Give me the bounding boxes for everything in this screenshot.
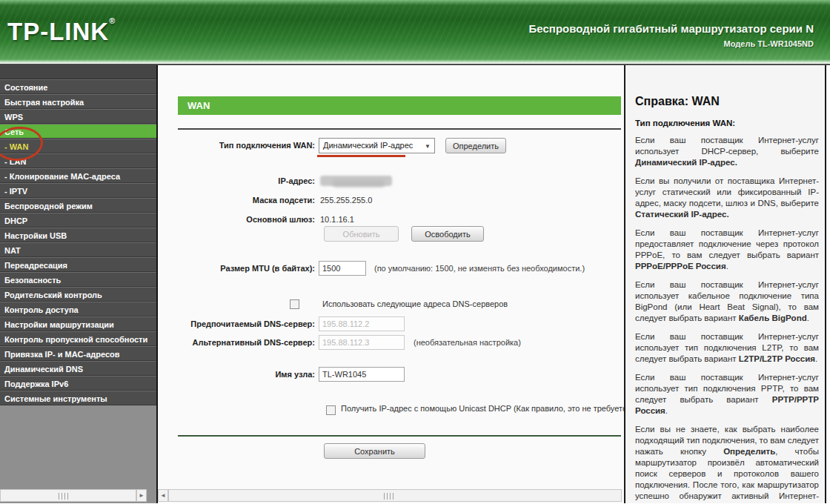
panel-divider (825, 65, 826, 503)
sidebar-hscrollbar[interactable] (0, 489, 136, 502)
sidebar-item[interactable]: Беспроводной режим (0, 198, 156, 213)
help-title: Справка: WAN (635, 95, 819, 108)
red-underline-annotation (317, 155, 405, 157)
help-subtitle: Тип подключения WAN: (635, 119, 819, 127)
dns2-label: Альтернативный DNS-сервер: (173, 338, 315, 347)
sidebar-item[interactable]: Привязка IP- и MAC-адресов (0, 346, 156, 361)
gateway-value: 10.1.16.1 (320, 215, 354, 224)
section-title-bar: WAN (178, 96, 621, 115)
sidebar-item[interactable]: Динамический DNS (0, 361, 156, 376)
router-admin-page: TP-LINK® Беспроводной гигабитный маршрут… (0, 0, 830, 504)
help-paragraph: Если ваш поставщик Интернет-услуг исполь… (635, 279, 819, 324)
separator-top (178, 128, 621, 130)
sidebar-top-strip (0, 65, 156, 79)
sidebar-item[interactable]: Настройки маршрутизации (0, 316, 156, 331)
dns2-note: (необязательная настройка) (414, 338, 521, 347)
main-hscrollbar[interactable] (168, 489, 622, 502)
help-paragraph: Если ваш поставщик Интернет-услуг предос… (635, 228, 819, 272)
sidebar-item[interactable]: - Клонирование MAC-адреса (0, 168, 156, 183)
help-text-segment: Кабель BigPond (739, 314, 807, 322)
unicast-label: Получить IP-адрес с помощью Unicast DHCP… (341, 404, 624, 413)
help-paragraph: Если ваш поставщик Интернет-услуг исполь… (635, 331, 819, 365)
sidebar-item[interactable]: Контроль пропускной способности (0, 331, 156, 346)
help-text-segment: PPPoE/PPPoE Россия (635, 262, 726, 271)
sidebar-item[interactable]: Сеть (0, 124, 156, 139)
scroll-right-icon: ► (139, 492, 145, 499)
main-panel: WAN Тип подключения WAN: Динамический IP… (158, 65, 624, 503)
sidebar-item[interactable]: Безопасность (0, 272, 156, 287)
scrollbar-grip[interactable] (384, 493, 394, 500)
help-text-segment: . (815, 354, 817, 363)
sidebar-item[interactable]: Поддержка IPv6 (0, 376, 156, 391)
subnet-mask-label: Маска подсети: (173, 196, 315, 205)
help-text-segment: . (726, 262, 728, 271)
wan-type-label: Тип подключения WAN: (173, 141, 315, 150)
hostname-input[interactable] (319, 367, 405, 382)
detect-button[interactable]: Определить (445, 138, 506, 153)
help-text-segment: Если вы получили от поставщика Интернет-… (635, 176, 819, 208)
save-button[interactable]: Сохранить (324, 443, 425, 459)
wan-type-select[interactable]: Динамический IP-адрес ▼ (319, 138, 435, 153)
sidebar-menu: СостояниеБыстрая настройкаWPSСеть- WAN- … (0, 79, 156, 405)
help-paragraph: Если ваш поставщик Интернет-услуг исполь… (635, 135, 819, 168)
help-text-segment: . (665, 406, 668, 415)
dns1-label: Предпочитаемый DNS-сервер: (173, 319, 315, 328)
dns2-input[interactable] (319, 335, 405, 350)
sidebar-item[interactable]: - IPTV (0, 183, 156, 198)
sidebar-item[interactable]: Переадресация (0, 257, 156, 272)
separator-bottom (178, 435, 621, 437)
scroll-left-button[interactable]: ◄ (158, 489, 168, 502)
sidebar-item[interactable]: DHCP (0, 213, 156, 228)
sidebar-item[interactable]: - WAN (0, 139, 156, 153)
tplink-logo: TP-LINK® (7, 16, 115, 46)
use-dns-label: Использовать следующие адреса DNS-сервер… (322, 299, 508, 308)
sidebar-item[interactable]: Системные инструменты (0, 391, 156, 405)
wan-type-selected-value: Динамический IP-адрес (323, 141, 413, 150)
use-dns-checkbox[interactable] (290, 299, 299, 309)
scrollbar-grip[interactable] (59, 493, 69, 500)
hostname-label: Имя узла: (173, 370, 315, 379)
help-paragraph: Если ваш поставщик Интернет-услуг исполь… (635, 372, 819, 417)
sidebar: СостояниеБыстрая настройкаWPSСеть- WAN- … (0, 65, 156, 503)
censored-ip-value-blur (333, 180, 385, 187)
help-paragraph: Если вы не знаете, как выбрать наиболее … (635, 424, 819, 503)
sidebar-item[interactable]: WPS (0, 109, 156, 124)
scroll-left-icon: ◄ (160, 492, 166, 499)
help-text-segment: L2TP/L2TP Россия (739, 354, 815, 363)
sidebar-item[interactable]: Родительский контроль (0, 287, 156, 302)
sidebar-item[interactable]: Состояние (0, 79, 156, 94)
dns1-input[interactable] (319, 316, 405, 331)
help-text-segment: Определить (723, 447, 775, 456)
device-model: Модель TL-WR1045ND (724, 39, 814, 48)
help-paragraphs: Если ваш поставщик Интернет-услуг исполь… (635, 135, 819, 503)
help-panel: Справка: WAN Тип подключения WAN: Если в… (625, 65, 825, 503)
release-button[interactable]: Освободить (411, 226, 484, 242)
help-text-segment: Если ваш поставщик Интернет-услуг предос… (635, 228, 819, 259)
body: СостояниеБыстрая настройкаWPSСеть- WAN- … (0, 64, 830, 504)
help-text-segment: Статический IP-адрес. (635, 210, 729, 219)
mtu-label: Размер MTU (в байтах): (173, 264, 315, 273)
help-text-segment: Если ваш поставщик Интернет-услуг исполь… (635, 136, 819, 156)
ip-label: IP-адрес: (173, 176, 315, 185)
help-content: Справка: WAN Тип подключения WAN: Если в… (625, 65, 825, 503)
gateway-label: Основной шлюз: (173, 215, 315, 224)
unicast-checkbox[interactable] (326, 405, 336, 415)
mtu-note: (по умолчанию: 1500, не изменять без нео… (374, 264, 585, 273)
sidebar-item[interactable]: - LAN (0, 153, 156, 168)
sidebar-item[interactable]: NAT (0, 242, 156, 257)
logo-text: TP-LINK (7, 18, 109, 45)
chevron-down-icon: ▼ (425, 139, 431, 153)
sidebar-item[interactable]: Контроль доступа (0, 302, 156, 316)
help-text-segment: Динамический IP-адрес. (635, 158, 737, 167)
sidebar-item[interactable]: Настройки USB (0, 228, 156, 242)
help-text-segment: . (807, 314, 809, 322)
help-paragraph: Если вы получили от поставщика Интернет-… (635, 176, 819, 220)
registered-mark: ® (109, 16, 115, 25)
renew-button[interactable]: Обновить (324, 226, 399, 242)
header: TP-LINK® Беспроводной гигабитный маршрут… (0, 0, 830, 64)
scroll-right-button[interactable]: ► (136, 489, 147, 502)
subnet-mask-value: 255.255.255.0 (320, 196, 372, 205)
mtu-input[interactable] (319, 261, 366, 276)
device-title: Беспроводной гигабитный маршрутизатор се… (529, 22, 814, 35)
sidebar-item[interactable]: Быстрая настройка (0, 94, 156, 109)
